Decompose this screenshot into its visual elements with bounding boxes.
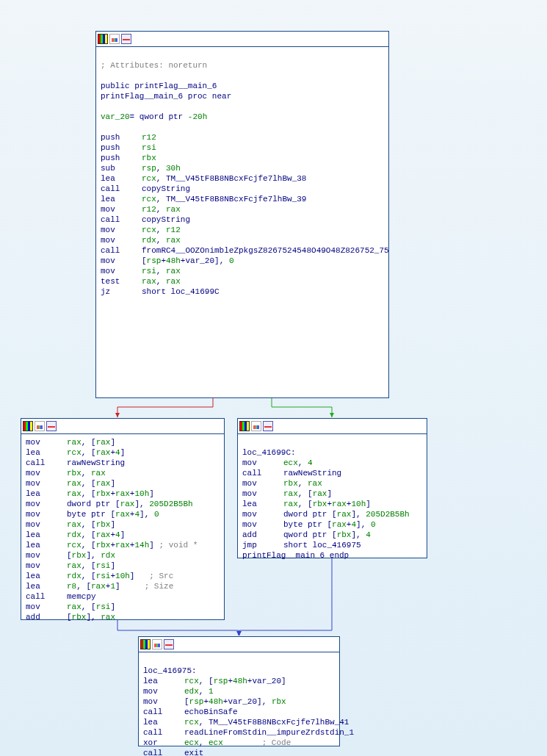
asm-instruction: movrax, [rsi] [26,602,220,612]
asm-instruction: movrax, [rax] [26,437,220,447]
node-titlebar [139,637,339,652]
asm-instruction: mov[rsp+48h+var_20], rbx [143,696,335,707]
asm-instruction: movdword ptr [rax], 205D2B5Bh [242,509,422,519]
asm-instruction: subrsp, 30h [101,163,384,173]
asm-instruction: learcx, [rbx+rax+14h] ; void * [26,540,220,550]
asm-instruction: movrax, [rbx] [26,519,220,530]
asm-instruction: movrax, [rax] [242,489,422,499]
asm-instruction: jmpshort loc_416975 [242,540,422,550]
asm-instruction: addqword ptr [rbx], 4 [242,530,422,540]
node-body: loc_416975:learcx, [rsp+48h+var_20]moved… [139,652,339,756]
var-decl: var_20= qword ptr -20h [101,112,384,122]
asm-instruction: jzshort loc_41699C [101,287,384,297]
graph-node-merge[interactable]: loc_416975:learcx, [rsp+48h+var_20]moved… [138,636,340,746]
asm-instruction: callmemcpy [26,591,220,602]
asm-instruction: callcopyString [101,215,384,225]
asm-instruction: movdword ptr [rax], 205D2B5Bh [26,499,220,509]
proc-endp: printFlag__main_6 endp [242,550,422,561]
node-body: loc_41699C:movecx, 4callrawNewStringmovr… [238,434,427,564]
chart-icon[interactable] [35,421,45,431]
asm-instruction: movrdx, rax [101,235,384,245]
public-decl: public printFlag__main_6 [101,81,384,91]
location-label: loc_416975: [143,666,335,676]
trace-icon[interactable] [263,421,273,431]
asm-instruction: learcx, [rsp+48h+var_20] [143,676,335,686]
asm-instruction: movedx, 1 [143,686,335,696]
asm-instruction: pushr12 [101,132,384,143]
attributes-comment: ; Attributes: noreturn [101,60,384,71]
node-titlebar [96,32,388,47]
asm-instruction: learcx, TM__V45tF8B8NBcxFcjfe7lhBw_39 [101,194,384,204]
asm-instruction: movrbx, rax [26,468,220,478]
asm-instruction: learax, [rbx+rax+10h] [242,499,422,509]
asm-instruction: mov[rbx], rdx [26,550,220,561]
asm-instruction: callcopyString [101,184,384,194]
asm-instruction: movrcx, r12 [101,225,384,235]
asm-instruction: movr12, rax [101,204,384,215]
chart-icon[interactable] [152,639,162,649]
asm-instruction: pushrbx [101,153,384,163]
asm-instruction: leardx, [rsi+10h] ; Src [26,571,220,581]
asm-instruction: add[rbx], rax [26,612,220,622]
asm-instruction: callrawNewString [242,468,422,478]
asm-instruction: pushrsi [101,143,384,153]
trace-icon[interactable] [121,34,131,44]
asm-instruction: movecx, 4 [242,458,422,468]
asm-instruction: movrsi, rax [101,266,384,276]
asm-instruction: mov[rsp+48h+var_20], 0 [101,256,384,266]
node-body: movrax, [rax]learcx, [rax+4]callrawNewSt… [21,434,224,625]
proc-decl: printFlag__main_6 proc near [101,91,384,101]
asm-instruction: movrbx, rax [242,478,422,489]
location-label: loc_41699C: [242,447,422,458]
asm-instruction: learcx, TM__V45tF8B8NBcxFcjfe7lhBw_41 [143,717,335,727]
asm-instruction: learax, [rbx+rax+10h] [26,489,220,499]
chart-icon[interactable] [109,34,120,44]
node-body: ; Attributes: noreturn public printFlag_… [96,47,388,300]
asm-instruction: xorecx, ecx ; Code [143,738,335,748]
asm-instruction: learcx, TM__V45tF8B8NBcxFcjfe7lhBw_38 [101,173,384,184]
colormap-icon[interactable] [140,639,151,649]
trace-icon[interactable] [164,639,174,649]
asm-instruction: movrax, [rsi] [26,561,220,571]
graph-node-entry[interactable]: ; Attributes: noreturn public printFlag_… [95,31,389,398]
asm-instruction: callexit [143,748,335,756]
graph-node-false-branch[interactable]: movrax, [rax]learcx, [rax+4]callrawNewSt… [21,418,225,620]
asm-instruction: callechoBinSafe [143,707,335,717]
asm-instruction: leardx, [rax+4] [26,530,220,540]
asm-instruction: lear8, [rax+1] ; Size [26,581,220,591]
asm-instruction: callrawNewString [26,458,220,468]
graph-node-true-branch[interactable]: loc_41699C:movecx, 4callrawNewStringmovr… [237,418,427,558]
asm-instruction: movbyte ptr [rax+4], 0 [242,519,422,530]
trace-icon[interactable] [46,421,57,431]
asm-instruction: callfromRC4__OOZOnimbleZpkgsZ8267524548O… [101,245,384,256]
asm-instruction: movbyte ptr [rax+4], 0 [26,509,220,519]
asm-instruction: testrax, rax [101,276,384,287]
node-titlebar [21,419,224,434]
colormap-icon[interactable] [239,421,250,431]
colormap-icon[interactable] [23,421,33,431]
asm-instruction: movrax, [rax] [26,478,220,489]
asm-instruction: learcx, [rax+4] [26,447,220,458]
asm-instruction: callreadLineFromStdin__impureZrdstdin_1 [143,727,335,738]
chart-icon[interactable] [251,421,261,431]
node-titlebar [238,419,427,434]
colormap-icon[interactable] [98,34,108,44]
